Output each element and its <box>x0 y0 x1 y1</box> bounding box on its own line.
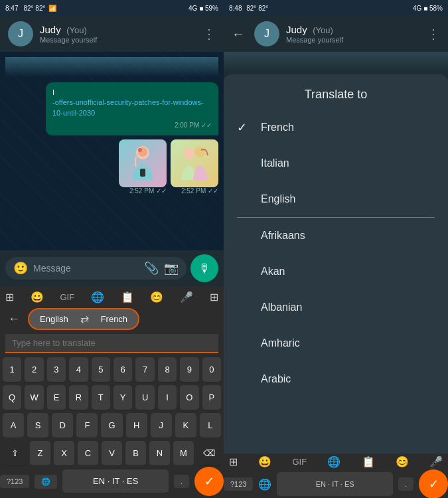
key-8[interactable]: 8 <box>158 357 177 382</box>
key-6[interactable]: 6 <box>113 357 132 382</box>
translate-lang-english[interactable]: ✓ English <box>224 181 448 217</box>
key-7[interactable]: 7 <box>135 357 154 382</box>
lang-to-pill[interactable]: French <box>93 311 135 327</box>
keyboard-area: ⊞ 😀 GIF 🌐 📋 😊 🎤 ⊞ ← English ⇄ French 1 <box>0 286 224 498</box>
right-key-enter[interactable]: ✓ <box>419 469 448 498</box>
keyboard-toolbar-icon-7[interactable]: ⊞ <box>210 291 218 303</box>
key-9[interactable]: 9 <box>180 357 198 382</box>
key-0[interactable]: 0 <box>202 357 221 382</box>
message-placeholder[interactable]: Message <box>33 263 139 274</box>
key-c[interactable]: C <box>78 441 98 466</box>
key-w[interactable]: W <box>25 385 43 410</box>
right-key-globe[interactable]: 🌐 <box>258 478 271 491</box>
key-d[interactable]: D <box>52 413 73 438</box>
message-input-box[interactable]: 🙂 Message 📎 📷 <box>5 257 187 280</box>
sticker-2 <box>171 139 218 187</box>
check-icon-french: ✓ <box>237 120 253 135</box>
lang-from-pill[interactable]: English <box>32 311 76 327</box>
right-header-dots[interactable]: ⋮ <box>427 26 440 42</box>
key-g[interactable]: G <box>101 413 122 438</box>
translate-lang-afrikaans[interactable]: ✓ Afrikaans <box>224 218 448 254</box>
key-period[interactable]: . <box>174 475 189 488</box>
translate-lang-french[interactable]: ✓ French <box>224 110 448 145</box>
key-l[interactable]: L <box>200 413 221 438</box>
keyboard-toolbar-icon-5[interactable]: 😊 <box>150 291 163 303</box>
keyboard-toolbar-icon-4[interactable]: 📋 <box>121 291 134 303</box>
key-backspace[interactable]: ⌫ <box>197 441 221 466</box>
key-f[interactable]: F <box>76 413 98 438</box>
right-toolbar-icon-1[interactable]: ⊞ <box>229 456 238 468</box>
key-shift[interactable]: ⇧ <box>3 441 27 466</box>
key-q[interactable]: Q <box>3 385 21 410</box>
right-toolbar-icon-3[interactable]: 🌐 <box>327 456 340 468</box>
key-5[interactable]: 5 <box>92 357 110 382</box>
key-i[interactable]: I <box>158 385 177 410</box>
key-lang-globe[interactable]: 🌐 <box>35 475 57 489</box>
key-e[interactable]: E <box>47 385 66 410</box>
right-chat-sub: Message yourself <box>286 36 420 44</box>
key-k[interactable]: K <box>175 413 196 438</box>
sticker-1-wrapper: 2:52 PM ✓✓ <box>119 139 167 195</box>
translate-lang-amharic[interactable]: ✓ Amharic <box>224 325 448 361</box>
right-toolbar-icon-5[interactable]: 😊 <box>396 456 409 468</box>
keyboard-toolbar-icon-2[interactable]: 😀 <box>31 291 44 303</box>
translate-lang-arabic[interactable]: ✓ Arabic <box>224 361 448 397</box>
key-v[interactable]: V <box>102 441 122 466</box>
key-y[interactable]: Y <box>113 385 132 410</box>
back-arrow-icon[interactable]: ← <box>232 27 245 42</box>
keyboard-toolbar-gif[interactable]: GIF <box>60 292 75 302</box>
translate-input-row <box>0 333 224 356</box>
key-b[interactable]: B <box>125 441 146 466</box>
right-translate-panel: 8:48 82° 82° 4G ■ 58% ← J Judy (You) Mes… <box>224 0 448 498</box>
right-mic-icon[interactable]: 🎤 <box>429 456 443 468</box>
key-enter[interactable]: ✓ <box>194 467 224 496</box>
key-x[interactable]: X <box>54 441 74 466</box>
right-toolbar-icon-4[interactable]: 📋 <box>362 456 375 468</box>
right-toolbar-icon-2[interactable]: 😀 <box>258 456 271 468</box>
keyboard-back-arrow[interactable]: ← <box>5 309 23 329</box>
key-1[interactable]: 1 <box>3 357 21 382</box>
translate-lang-akan[interactable]: ✓ Akan <box>224 254 448 290</box>
translate-lang-italian[interactable]: ✓ Italian <box>224 145 448 181</box>
right-toolbar-gif[interactable]: GIF <box>292 457 307 467</box>
key-3[interactable]: 3 <box>47 357 66 382</box>
lang-swap-group: English ⇄ French <box>28 308 139 330</box>
key-o[interactable]: O <box>180 385 198 410</box>
right-key-period[interactable]: . <box>398 477 413 491</box>
key-2[interactable]: 2 <box>25 357 43 382</box>
right-key-lang-label[interactable]: EN · IT · ES <box>277 472 392 496</box>
key-j[interactable]: J <box>151 413 172 438</box>
keyboard-toolbar-icon-3[interactable]: 🌐 <box>91 291 104 303</box>
sticker-1-meta: 2:52 PM ✓✓ <box>129 187 167 195</box>
key-h[interactable]: H <box>126 413 147 438</box>
key-t[interactable]: T <box>92 385 110 410</box>
key-m[interactable]: M <box>173 441 194 466</box>
key-4[interactable]: 4 <box>69 357 88 382</box>
emoji-icon[interactable]: 🙂 <box>13 261 28 276</box>
header-menu-dots[interactable]: ⋮ <box>202 26 216 42</box>
key-n[interactable]: N <box>149 441 170 466</box>
key-lang-label[interactable]: EN · IT · ES <box>62 469 168 493</box>
translate-input-field[interactable] <box>5 334 218 353</box>
mic-button[interactable]: 🎙 <box>190 254 218 282</box>
right-chat-name-row: Judy (You) <box>286 24 420 36</box>
lang-swap-icon[interactable]: ⇄ <box>80 313 89 325</box>
left-temp: 82° 82° <box>23 5 45 12</box>
camera-icon[interactable]: 📷 <box>164 261 179 276</box>
key-z[interactable]: Z <box>30 441 50 466</box>
key-u[interactable]: U <box>135 385 154 410</box>
key-a[interactable]: A <box>3 413 24 438</box>
right-keyboard-top-toolbar: ⊞ 😀 GIF 🌐 📋 😊 🎤 <box>224 454 448 470</box>
translate-language-modal: Translate to ✓ French ✓ Italian ✓ Englis… <box>224 74 448 454</box>
key-symbols[interactable]: ?123 <box>0 475 29 488</box>
keyboard-toolbar-icon-1[interactable]: ⊞ <box>5 291 14 303</box>
key-r[interactable]: R <box>69 385 88 410</box>
key-s[interactable]: S <box>27 413 48 438</box>
chat-header-info: Judy (You) Message yourself <box>40 24 196 44</box>
right-key-symbols[interactable]: ?123 <box>224 477 253 491</box>
keyboard-toolbar-icon-6[interactable]: 🎤 <box>180 291 193 303</box>
translate-lang-albanian[interactable]: ✓ Albanian <box>224 290 448 325</box>
attach-icon[interactable]: 📎 <box>144 261 159 276</box>
svg-rect-2 <box>140 169 145 177</box>
key-p[interactable]: P <box>202 385 221 410</box>
